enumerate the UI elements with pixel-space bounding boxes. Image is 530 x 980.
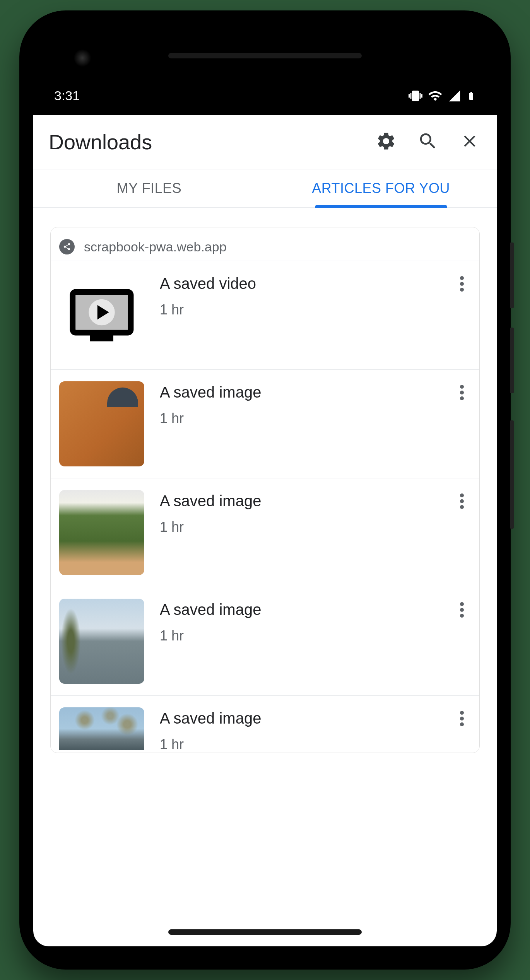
- list-item[interactable]: A saved video 1 hr: [51, 261, 479, 369]
- svg-point-6: [460, 391, 464, 394]
- side-button: [510, 328, 514, 393]
- image-thumbnail: [59, 490, 144, 575]
- more-vert-icon: [460, 385, 464, 402]
- video-thumbnail: [59, 273, 144, 358]
- more-button[interactable]: [453, 276, 471, 294]
- share-icon: [59, 239, 75, 254]
- image-thumbnail: [59, 599, 144, 684]
- side-button: [510, 420, 514, 529]
- search-icon: [417, 131, 438, 153]
- item-content: A saved image 1 hr: [160, 707, 438, 753]
- item-title: A saved image: [160, 601, 438, 618]
- app-content: Downloads MY FILES: [33, 115, 497, 946]
- list-item[interactable]: A saved image 1 hr: [51, 369, 479, 478]
- status-bar: 3:31: [33, 34, 497, 115]
- item-time: 1 hr: [160, 410, 438, 427]
- status-icons: [409, 89, 476, 103]
- gear-icon: [376, 131, 397, 153]
- more-button[interactable]: [453, 710, 471, 728]
- item-time: 1 hr: [160, 736, 438, 753]
- battery-icon: [467, 89, 476, 103]
- image-thumbnail: [59, 707, 144, 750]
- item-title: A saved video: [160, 275, 438, 292]
- more-button[interactable]: [453, 493, 471, 511]
- more-vert-icon: [460, 276, 464, 293]
- list-item[interactable]: A saved image 1 hr: [51, 478, 479, 587]
- app-header: Downloads: [33, 115, 497, 169]
- svg-point-14: [460, 711, 464, 715]
- card-source-header: scrapbook-pwa.web.app: [51, 227, 479, 261]
- item-time: 1 hr: [160, 519, 438, 535]
- signal-icon: [448, 89, 461, 102]
- svg-point-10: [460, 505, 464, 509]
- image-thumbnail: [59, 381, 144, 466]
- item-title: A saved image: [160, 384, 438, 401]
- svg-point-13: [460, 614, 464, 618]
- more-vert-icon: [460, 711, 464, 728]
- screen: 3:31 Downloads: [33, 34, 497, 946]
- wifi-icon: [428, 89, 443, 103]
- search-button[interactable]: [416, 130, 439, 154]
- svg-point-4: [460, 288, 464, 292]
- tabs: MY FILES ARTICLES FOR YOU: [33, 169, 497, 208]
- status-time: 3:31: [54, 88, 80, 103]
- tab-my-files[interactable]: MY FILES: [33, 169, 265, 207]
- tab-articles-for-you[interactable]: ARTICLES FOR YOU: [265, 169, 497, 207]
- more-button[interactable]: [453, 384, 471, 402]
- list-item[interactable]: A saved image 1 hr: [51, 587, 479, 695]
- svg-point-16: [460, 722, 464, 726]
- svg-point-7: [460, 396, 464, 400]
- svg-point-8: [460, 493, 464, 497]
- phone-frame: 3:31 Downloads: [19, 10, 511, 970]
- camera-dot: [74, 49, 91, 67]
- item-title: A saved image: [160, 710, 438, 727]
- list-area: scrapbook-pwa.web.app A saved video 1 hr: [33, 208, 497, 946]
- page-title: Downloads: [49, 130, 356, 154]
- svg-point-5: [460, 385, 464, 389]
- more-button[interactable]: [453, 602, 471, 620]
- svg-point-2: [460, 276, 464, 280]
- close-icon: [460, 131, 479, 152]
- item-content: A saved image 1 hr: [160, 490, 438, 535]
- svg-point-15: [460, 717, 464, 720]
- list-item[interactable]: A saved image 1 hr: [51, 695, 479, 753]
- close-button[interactable]: [458, 130, 481, 154]
- item-time: 1 hr: [160, 302, 438, 318]
- vibrate-icon: [409, 89, 422, 103]
- item-time: 1 hr: [160, 628, 438, 644]
- item-content: A saved video 1 hr: [160, 273, 438, 318]
- more-vert-icon: [460, 602, 464, 619]
- side-button: [510, 242, 514, 308]
- svg-point-11: [460, 602, 464, 606]
- svg-point-12: [460, 608, 464, 612]
- settings-button[interactable]: [374, 130, 398, 154]
- item-content: A saved image 1 hr: [160, 599, 438, 644]
- item-content: A saved image 1 hr: [160, 381, 438, 427]
- source-host: scrapbook-pwa.web.app: [84, 239, 227, 254]
- source-card: scrapbook-pwa.web.app A saved video 1 hr: [50, 227, 480, 753]
- svg-point-9: [460, 499, 464, 503]
- more-vert-icon: [460, 493, 464, 510]
- item-title: A saved image: [160, 492, 438, 510]
- svg-point-3: [460, 282, 464, 286]
